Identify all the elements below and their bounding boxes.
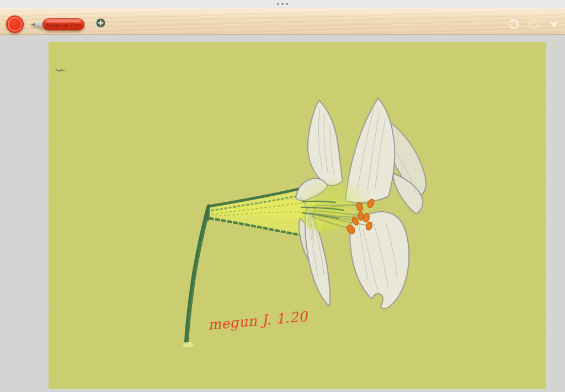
chevron-down-icon [550, 23, 558, 27]
color-swatch-button[interactable] [6, 15, 24, 33]
paper-grain-light [49, 42, 546, 389]
drawing-canvas[interactable]: megun J. 1.20 [49, 42, 546, 389]
color-swatch-ring [8, 17, 22, 31]
add-tool-button[interactable] [96, 18, 105, 28]
pen-tool-button[interactable]: Ballpoint Pen [30, 17, 85, 32]
titlebar [0, 0, 565, 8]
drag-handle-dots-icon[interactable] [277, 3, 288, 5]
redo-button[interactable] [528, 18, 540, 30]
undo-button[interactable] [508, 18, 520, 30]
toolbar: Ballpoint Pen [0, 8, 565, 35]
toolbar-menu-button[interactable] [550, 22, 558, 27]
ballpoint-pen-icon: Ballpoint Pen [30, 17, 85, 32]
undo-arrow-icon [508, 18, 520, 30]
lily-drawing: megun J. 1.20 [49, 42, 546, 389]
redo-arrow-icon [528, 18, 540, 30]
plus-icon [96, 18, 105, 28]
pen-tool-label: Ballpoint Pen [46, 22, 82, 28]
